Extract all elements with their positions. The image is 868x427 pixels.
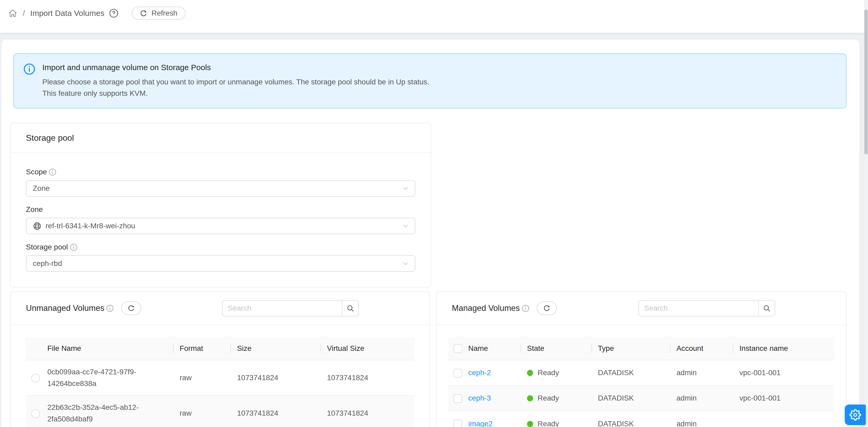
storage-pool-label: Storage pool	[26, 243, 415, 251]
format-cell: raw	[173, 396, 231, 427]
state-cell: Ready	[537, 420, 559, 427]
settings-fab-button[interactable]	[845, 404, 866, 425]
unmanaged-search-input[interactable]	[222, 300, 342, 316]
help-icon[interactable]	[109, 8, 119, 18]
format-cell: raw	[173, 360, 231, 396]
status-dot-ready	[527, 370, 533, 376]
account-cell: admin	[670, 386, 733, 411]
breadcrumb-separator: /	[23, 9, 25, 18]
account-cell: admin	[670, 411, 733, 427]
unmanaged-search	[222, 300, 359, 316]
reload-icon	[127, 305, 135, 312]
row-checkbox[interactable]	[454, 369, 462, 377]
info-banner-line2: This feature only supports KVM.	[42, 88, 429, 99]
radio-button[interactable]	[31, 409, 40, 418]
zone-select[interactable]: ref-trl-6341-k-Mr8-wei-zhou	[26, 218, 415, 234]
search-icon	[763, 304, 771, 312]
size-cell: 1073741824	[231, 360, 321, 396]
type-cell: DATADISK	[592, 411, 670, 427]
select-all-checkbox[interactable]	[454, 344, 462, 353]
refresh-button-label: Refresh	[151, 9, 177, 18]
search-icon	[346, 304, 354, 312]
breadcrumb-current: Import Data Volumes	[30, 9, 104, 18]
unmanaged-volumes-title: Unmanaged Volumes	[26, 303, 104, 313]
volume-link[interactable]: ceph-3	[468, 394, 491, 402]
info-icon[interactable]	[522, 305, 529, 312]
chevron-down-icon	[402, 222, 409, 230]
reload-icon	[140, 9, 147, 17]
unmanaged-volumes-section: Unmanaged Volumes	[10, 291, 430, 427]
info-icon[interactable]	[106, 305, 114, 312]
info-icon[interactable]	[49, 168, 56, 176]
info-banner-line1: Please choose a storage pool that you wa…	[42, 76, 429, 88]
volume-link[interactable]: ceph-2	[468, 369, 491, 377]
column-header-account: Account	[670, 337, 733, 360]
scope-select[interactable]: Zone	[26, 180, 415, 196]
column-header-state: State	[521, 337, 592, 360]
managed-volumes-section: Managed Volumes	[436, 291, 846, 427]
zone-label: Zone	[26, 205, 415, 214]
account-cell: admin	[670, 360, 733, 386]
topbar: / Import Data Volumes Refresh	[0, 0, 868, 33]
state-cell: Ready	[537, 369, 559, 377]
scope-label: Scope	[26, 168, 415, 176]
file-name-cell: 0cb099aa-cc7e-4721-97f9-14264bce838a	[41, 360, 173, 396]
info-banner: Import and unmanage volume on Storage Po…	[13, 54, 846, 109]
column-header-virtual-size: Virtual Size	[321, 337, 414, 360]
row-checkbox[interactable]	[454, 420, 462, 427]
instance-name-cell: vpc-001-001	[733, 386, 834, 411]
managed-search-button[interactable]	[758, 300, 775, 316]
unmanaged-refresh-button[interactable]	[121, 301, 141, 315]
scope-select-value: Zone	[33, 184, 50, 192]
column-header-size: Size	[231, 337, 321, 360]
column-header-file-name: File Name	[41, 337, 173, 360]
managed-refresh-button[interactable]	[537, 301, 557, 315]
info-icon[interactable]	[70, 243, 78, 251]
column-header-name: Name	[462, 337, 521, 360]
column-header-format: Format	[173, 337, 231, 360]
volume-link[interactable]: image2	[468, 420, 493, 427]
column-header-instance-name: Instance name	[733, 337, 834, 360]
table-row: 22b63c2b-352a-4ec5-ab12-2fa508d4baf9 raw…	[26, 396, 414, 427]
info-banner-title: Import and unmanage volume on Storage Po…	[42, 63, 429, 72]
globe-icon	[33, 222, 41, 231]
instance-name-cell	[733, 411, 834, 427]
chevron-down-icon	[402, 184, 409, 192]
virtual-size-cell: 1073741824	[321, 396, 414, 427]
zone-select-value: ref-trl-6341-k-Mr8-wei-zhou	[45, 222, 135, 230]
managed-search	[639, 300, 775, 316]
unmanaged-volumes-table: File Name Format Size Virtual Size 0cb09…	[26, 337, 414, 427]
table-row: image2 Ready DATADISK admin	[448, 411, 834, 427]
gear-icon	[849, 409, 861, 421]
managed-search-input[interactable]	[639, 300, 758, 316]
info-banner-content: Import and unmanage volume on Storage Po…	[42, 61, 429, 99]
storage-pool-card: Storage pool Scope Zone Zone	[10, 123, 431, 287]
scrollbar[interactable]	[864, 0, 868, 427]
table-row: ceph-2 Ready DATADISK admin vpc-001-001	[448, 360, 834, 386]
storage-pool-select[interactable]: ceph-rbd	[26, 255, 415, 272]
state-cell: Ready	[537, 394, 559, 402]
type-cell: DATADISK	[592, 360, 670, 386]
storage-pool-select-value: ceph-rbd	[33, 259, 62, 268]
info-circle-icon	[23, 63, 35, 75]
chevron-down-icon	[402, 260, 409, 268]
main-content: Import and unmanage volume on Storage Po…	[2, 40, 859, 427]
unmanaged-search-button[interactable]	[342, 300, 359, 316]
virtual-size-cell: 1073741824	[321, 360, 414, 396]
instance-name-cell: vpc-001-001	[733, 360, 834, 386]
status-dot-ready	[527, 395, 533, 401]
table-header-row: File Name Format Size Virtual Size	[26, 337, 414, 360]
scrollbar-thumb[interactable]	[864, 9, 868, 154]
radio-button[interactable]	[31, 374, 40, 383]
status-dot-ready	[527, 421, 533, 427]
managed-volumes-title: Managed Volumes	[452, 303, 520, 313]
column-header-type: Type	[592, 337, 670, 360]
type-cell: DATADISK	[592, 386, 670, 411]
refresh-button[interactable]: Refresh	[132, 7, 185, 20]
column-header-select	[26, 337, 41, 360]
size-cell: 1073741824	[231, 396, 321, 427]
home-icon[interactable]	[8, 8, 18, 18]
row-checkbox[interactable]	[454, 394, 462, 403]
managed-volumes-table: Name State Type Account Instance name ce…	[448, 337, 834, 427]
table-row: 0cb099aa-cc7e-4721-97f9-14264bce838a raw…	[26, 360, 414, 396]
